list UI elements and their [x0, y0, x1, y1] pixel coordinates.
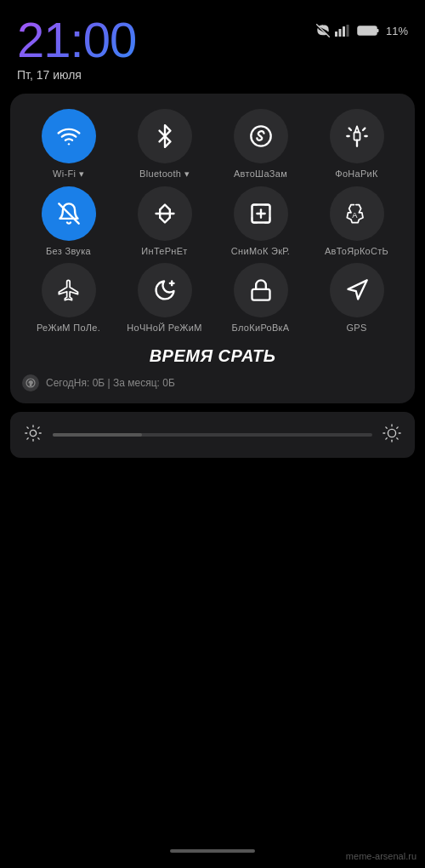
battery-percent: 11% [386, 25, 408, 37]
svg-text:?: ? [29, 380, 32, 386]
question-icon: ? [26, 378, 36, 388]
screenshot-icon [249, 202, 273, 226]
svg-rect-4 [346, 25, 348, 37]
quick-item-wifi: Wi-Fi ▾ [22, 109, 115, 180]
bluetooth-icon [153, 124, 177, 148]
quick-item-flashlight: ФоНаРиК [310, 109, 403, 180]
svg-marker-19 [348, 280, 366, 299]
sun-small-icon [24, 424, 42, 443]
quick-item-lock: БлоКиРоВкА [214, 263, 307, 333]
lock-label: БлоКиРоВкА [232, 323, 290, 333]
svg-point-8 [67, 143, 69, 145]
quick-item-silent: Без Звука [22, 186, 115, 256]
nightmode-label: НоЧНоЙ РеЖиМ [127, 323, 201, 333]
gps-button[interactable] [330, 263, 384, 317]
svg-line-26 [38, 438, 39, 439]
quick-item-gps: GPS [310, 263, 403, 333]
data-usage: ? СегодНя: 0Б | За месяц: 0Б [22, 374, 403, 391]
quick-item-screenshot: СниМоК ЭкР. [214, 186, 307, 256]
airplane-icon [57, 278, 81, 302]
svg-line-38 [386, 438, 387, 439]
shazam-button[interactable] [234, 109, 288, 163]
svg-rect-1 [335, 31, 337, 37]
gps-label: GPS [346, 323, 366, 333]
sun-large-icon [382, 424, 401, 443]
autobrightness-label: АвТоЯрКоСтЬ [325, 246, 388, 256]
flashlight-icon [345, 124, 369, 148]
brightness-low-icon [24, 424, 42, 446]
airplane-button[interactable] [42, 263, 96, 317]
svg-line-35 [397, 438, 398, 439]
brightness-high-icon [382, 424, 401, 446]
date: Пт, 17 июля [17, 68, 136, 82]
screenshot-button[interactable] [234, 186, 288, 241]
wifi-label: Wi-Fi ▾ [53, 168, 84, 180]
screenshot-label: СниМоК ЭкР. [231, 246, 290, 256]
svg-line-30 [38, 427, 39, 428]
silent-button[interactable] [42, 186, 96, 241]
quick-item-bluetooth: Bluetooth ▾ [118, 109, 211, 180]
lock-icon [249, 278, 273, 302]
svg-rect-2 [338, 29, 341, 37]
quick-item-internet: ИнТеРнЕт [118, 186, 211, 256]
nightmode-button[interactable] [138, 263, 192, 317]
autobrightness-button[interactable]: A [330, 186, 384, 241]
mute-icon [316, 24, 330, 37]
brightness-track[interactable] [53, 433, 372, 437]
svg-rect-3 [343, 26, 345, 37]
shazam-icon [249, 124, 273, 148]
flashlight-label: ФоНаРиК [335, 168, 378, 179]
battery-icon [357, 25, 381, 37]
meme-text: время срать [22, 346, 403, 366]
autobrightness-icon: A [345, 202, 369, 226]
watermark: meme-arsenal.ru [346, 851, 416, 861]
status-bar: 21:00 Пт, 17 июля 11% [0, 0, 425, 89]
nightmode-icon [153, 278, 177, 302]
silent-label: Без Звука [46, 246, 91, 256]
silent-icon [57, 202, 81, 226]
brightness-bar-container [10, 412, 415, 458]
svg-line-25 [27, 427, 28, 428]
bluetooth-label: Bluetooth ▾ [139, 168, 190, 180]
svg-point-22 [30, 430, 36, 436]
airplane-label: РеЖиМ ПоЛе. [37, 323, 100, 333]
quick-item-autobrightness: A АвТоЯрКоСтЬ [310, 186, 403, 256]
wifi-icon [57, 124, 81, 148]
clock: 21:00 [17, 15, 136, 65]
data-usage-text: СегодНя: 0Б | За месяц: 0Б [46, 377, 175, 389]
internet-icon [153, 202, 177, 226]
svg-rect-7 [359, 28, 361, 34]
wifi-button[interactable] [42, 109, 96, 163]
quick-item-shazam: АвтоШаЗам [214, 109, 307, 180]
svg-rect-18 [252, 289, 269, 300]
quick-grid: Wi-Fi ▾ Bluetooth ▾ АвтоШаЗам [22, 109, 403, 333]
quick-item-airplane: РеЖиМ ПоЛе. [22, 263, 115, 333]
internet-button[interactable] [138, 186, 192, 241]
home-indicator [170, 849, 255, 853]
svg-line-29 [27, 438, 28, 439]
status-icons: 11% [316, 24, 408, 37]
lock-button[interactable] [234, 263, 288, 317]
signal-icon [335, 25, 352, 37]
internet-label: ИнТеРнЕт [141, 246, 187, 256]
flashlight-button[interactable] [330, 109, 384, 163]
shazam-label: АвтоШаЗам [234, 168, 287, 179]
quick-item-nightmode: НоЧНоЙ РеЖиМ [118, 263, 211, 333]
svg-line-34 [386, 427, 387, 428]
time-block: 21:00 Пт, 17 июля [17, 15, 136, 82]
bluetooth-button[interactable] [138, 109, 192, 163]
svg-line-39 [397, 427, 398, 428]
svg-rect-6 [377, 29, 379, 32]
brightness-fill [53, 433, 142, 437]
svg-point-31 [388, 429, 395, 437]
data-usage-icon: ? [22, 374, 39, 391]
svg-rect-10 [354, 132, 360, 140]
gps-icon [345, 278, 369, 302]
quick-panel: Wi-Fi ▾ Bluetooth ▾ АвтоШаЗам [10, 94, 415, 403]
svg-text:A: A [352, 211, 358, 220]
